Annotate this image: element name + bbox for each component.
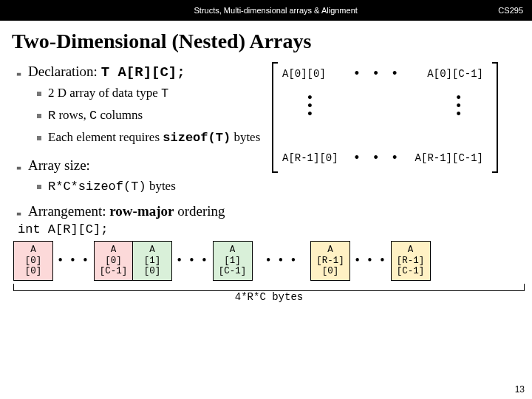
memory-layout: A [0] [0]• • •A [0] [C-1]A [1] [0]• • •A… — [13, 241, 525, 281]
memory-cell: A [1] [0] — [132, 241, 172, 281]
vdots-right: ••• — [454, 95, 463, 119]
brace-label: 4*R*C bytes — [13, 291, 525, 303]
right-column: A[0][0] • • • A[0][C-1] ••• ••• A[R-1][0… — [267, 59, 520, 196]
dots-cell: • • • — [172, 241, 214, 281]
sub-rows-cols: R rows, C columns — [37, 107, 267, 125]
vdots-left: ••• — [306, 95, 314, 119]
dots-cell: • • • — [350, 241, 392, 281]
matrix-row-bottom: A[R-1][0] • • • A[R-1][C-1] — [272, 151, 494, 166]
page-number: 13 — [515, 384, 525, 395]
slide-title: Two-Dimensional (Nested) Arrays — [12, 30, 532, 53]
content-area: ◆ Declaration: T A[R][C]; 2 D array of d… — [0, 59, 532, 196]
memory-cell: A [1] [C-1] — [213, 241, 253, 281]
memory-cell: A [0] [0] — [13, 241, 53, 281]
matrix-diagram: A[0][0] • • • A[0][C-1] ••• ••• A[R-1][0… — [272, 62, 494, 173]
slide-header: Structs, Multi-dimensional arrays & Alig… — [0, 0, 532, 21]
diamond-icon: ◆ — [14, 71, 24, 78]
brace-wrap: 4*R*C bytes — [13, 282, 525, 306]
bullet-arrangement: ◆ Arrangement: row-major ordering — [16, 203, 520, 219]
square-icon — [37, 185, 41, 189]
header-topic: Structs, Multi-dimensional arrays & Alig… — [53, 6, 498, 15]
dots-cell: • • • — [253, 241, 312, 281]
square-icon — [37, 92, 41, 96]
memory-cell: A [R-1] [C-1] — [391, 241, 431, 281]
bullet-declaration: ◆ Declaration: T A[R][C]; — [16, 64, 267, 81]
sub-each-element: Each element requires sizeof(T) bytes — [37, 129, 267, 147]
matrix-row-top: A[0][0] • • • A[0][C-1] — [272, 66, 494, 81]
diamond-icon: ◆ — [14, 165, 24, 171]
sub-array-size: R*C*sizeof(T) bytes — [37, 178, 267, 196]
int-declaration: int A[R][C]; — [18, 222, 532, 236]
square-icon — [37, 114, 41, 118]
dots-cell: • • • — [53, 241, 95, 281]
sub-2d-array: 2 D array of data type T — [37, 85, 267, 103]
bullet-array-size: ◆ Array size: — [16, 157, 267, 174]
header-course: CS295 — [498, 6, 523, 15]
left-column: ◆ Declaration: T A[R][C]; 2 D array of d… — [16, 59, 267, 196]
square-icon — [37, 136, 41, 140]
diamond-icon: ◆ — [14, 211, 24, 217]
memory-cell: A [0] [C-1] — [94, 241, 134, 281]
memory-cell: A [R-1] [0] — [310, 241, 350, 281]
declaration-text: Declaration: T A[R][C]; — [28, 64, 185, 81]
